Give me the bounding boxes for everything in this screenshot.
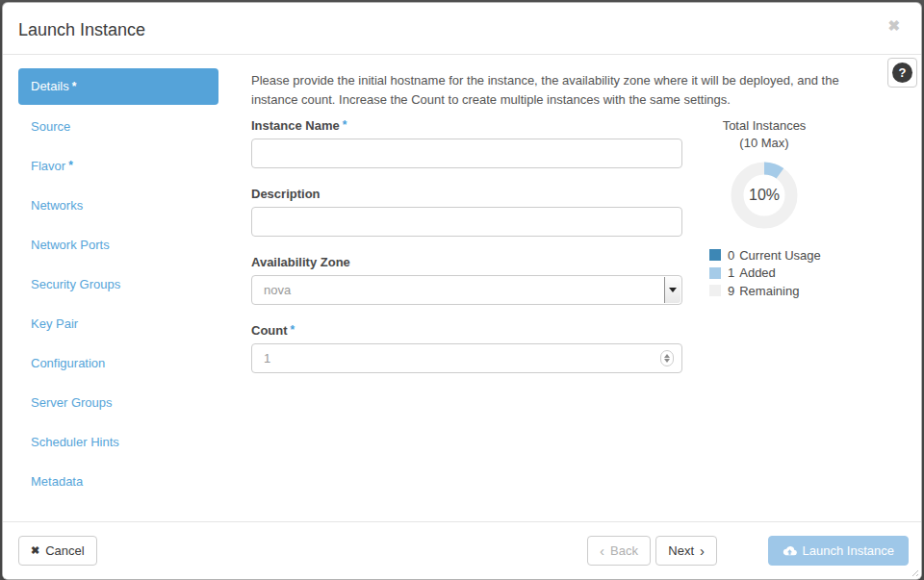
sidebar-item-configuration[interactable]: Configuration — [18, 343, 218, 383]
required-asterisk: * — [68, 159, 73, 172]
question-mark-icon: ? — [892, 63, 912, 83]
count-label: Count* — [251, 323, 295, 338]
availability-zone-select[interactable]: nova — [251, 275, 682, 305]
availability-zone-label: Availability Zone — [251, 255, 350, 269]
sidebar-item-flavor[interactable]: Flavor* — [18, 146, 218, 186]
select-caret-button[interactable] — [664, 277, 680, 303]
wizard-steps-nav: Details* Source Flavor* Networks Network… — [18, 68, 218, 501]
sidebar-item-network-ports[interactable]: Network Ports — [18, 225, 218, 265]
availability-zone-value: nova — [264, 283, 291, 297]
modal-footer: ✖ Cancel ‹ Back Next › Launch Instance — [3, 521, 921, 579]
stepper-down-icon — [664, 359, 670, 363]
sidebar-item-networks[interactable]: Networks — [18, 186, 218, 225]
legend-swatch-added — [709, 267, 721, 279]
close-icon[interactable]: ✖ — [887, 18, 900, 33]
description-label: Description — [251, 187, 321, 201]
chevron-left-icon: ‹ — [600, 543, 604, 558]
chevron-right-icon: › — [700, 543, 705, 558]
legend-row-remaining: 9 Remaining — [709, 282, 821, 300]
sidebar-item-security-groups[interactable]: Security Groups — [18, 265, 218, 304]
chart-title: Total Instances — [692, 118, 836, 133]
stepper-up-icon — [664, 354, 670, 358]
sidebar-item-server-groups[interactable]: Server Groups — [18, 383, 218, 422]
sidebar-item-scheduler-hints[interactable]: Scheduler Hints — [18, 422, 218, 462]
instance-name-input[interactable] — [251, 139, 682, 168]
step-description: Please provide the initial hostname for … — [251, 71, 885, 110]
sidebar-item-metadata[interactable]: Metadata — [18, 462, 218, 501]
x-icon: ✖ — [31, 544, 39, 557]
description-input[interactable] — [251, 207, 682, 237]
cloud-upload-icon — [783, 545, 797, 557]
total-instances-donut-chart: 10% — [728, 159, 801, 232]
legend-row-current-usage: 0 Current Usage — [709, 246, 821, 265]
required-asterisk: * — [72, 80, 77, 93]
modal-title: Launch Instance — [18, 20, 145, 40]
launch-instance-button[interactable]: Launch Instance — [768, 536, 909, 566]
legend-row-added: 1 Added — [709, 265, 821, 283]
chart-legend: 0 Current Usage 1 Added 9 Remaining — [709, 246, 821, 300]
launch-instance-modal: Launch Instance ✖ Details* Source Flavor… — [2, 2, 922, 580]
legend-swatch-remaining — [709, 285, 721, 296]
chevron-down-icon — [669, 288, 677, 292]
count-input[interactable] — [251, 343, 682, 373]
count-stepper[interactable] — [660, 350, 674, 366]
modal-header: Launch Instance ✖ — [3, 3, 921, 55]
next-button[interactable]: Next › — [655, 536, 717, 566]
help-button[interactable]: ? — [887, 58, 917, 88]
required-asterisk: * — [343, 118, 347, 132]
cancel-button[interactable]: ✖ Cancel — [18, 536, 97, 566]
sidebar-item-details[interactable]: Details* — [18, 68, 218, 105]
chart-subtitle: (10 Max) — [692, 136, 836, 150]
sidebar-item-key-pair[interactable]: Key Pair — [18, 304, 218, 343]
legend-swatch-current-usage — [709, 249, 721, 261]
donut-percent-label: 10% — [728, 159, 801, 232]
instance-name-label: Instance Name* — [251, 118, 346, 133]
required-asterisk: * — [291, 323, 295, 337]
back-button[interactable]: ‹ Back — [587, 536, 651, 566]
sidebar-item-source[interactable]: Source — [18, 107, 218, 146]
